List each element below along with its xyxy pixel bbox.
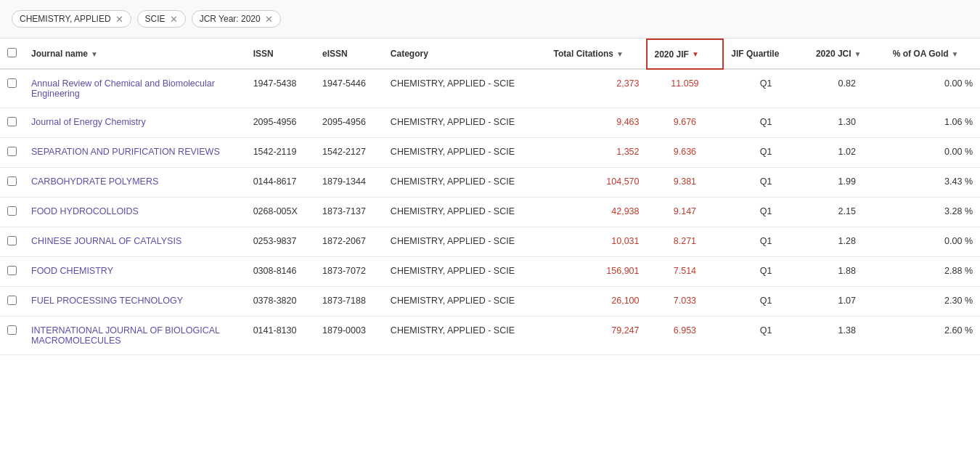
row-issn: 2095-4956	[246, 108, 315, 138]
row-checkbox[interactable]	[7, 266, 17, 275]
col-label-text: Journal name	[31, 49, 88, 59]
row-total-citations: 9,463	[547, 108, 647, 138]
row-journal-name[interactable]: SEPARATION AND PURIFICATION REVIEWS	[24, 138, 246, 168]
row-eissn: 1947-5446	[315, 69, 383, 108]
filter-jcr-year[interactable]: JCR Year: 2020 ✕	[192, 10, 281, 28]
row-journal-name[interactable]: FOOD HYDROCOLLOIDS	[24, 198, 246, 227]
row-journal-name[interactable]: CARBOHYDRATE POLYMERS	[24, 168, 246, 198]
journal-name-link[interactable]: SEPARATION AND PURIFICATION REVIEWS	[31, 147, 220, 157]
select-all-header[interactable]	[0, 39, 24, 69]
table-row: CARBOHYDRATE POLYMERS 0144-8617 1879-134…	[0, 168, 980, 198]
journal-name-link[interactable]: INTERNATIONAL JOURNAL OF BIOLOGICAL MACR…	[31, 325, 220, 346]
row-journal-name[interactable]: CHINESE JOURNAL OF CATALYSIS	[24, 227, 246, 257]
row-checkbox[interactable]	[7, 147, 17, 156]
filter-close-icon[interactable]: ✕	[170, 15, 178, 24]
row-jci: 1.38	[809, 317, 886, 355]
row-category: CHEMISTRY, APPLIED - SCIE	[383, 69, 547, 108]
row-checkbox-cell[interactable]	[0, 257, 24, 287]
row-jci: 1.99	[809, 168, 886, 198]
journal-name-link[interactable]: CHINESE JOURNAL OF CATALYSIS	[31, 236, 181, 246]
row-jif: 9.636	[647, 138, 724, 168]
sort-arrow-icon: ▼	[616, 50, 624, 58]
row-journal-name[interactable]: INTERNATIONAL JOURNAL OF BIOLOGICAL MACR…	[24, 317, 246, 355]
col-header-eissn[interactable]: eISSN	[315, 39, 383, 69]
journal-name-link[interactable]: Journal of Energy Chemistry	[31, 117, 146, 127]
row-checkbox[interactable]	[7, 117, 17, 126]
sort-arrow-icon: ▼	[692, 50, 699, 58]
row-journal-name[interactable]: Annual Review of Chemical and Biomolecul…	[24, 69, 246, 108]
row-eissn: 1879-0003	[315, 317, 383, 355]
row-jci: 1.02	[809, 138, 886, 168]
row-checkbox[interactable]	[7, 206, 17, 216]
table-row: SEPARATION AND PURIFICATION REVIEWS 1542…	[0, 138, 980, 168]
row-jci: 1.30	[809, 108, 886, 138]
row-oa-gold: 3.43 %	[886, 168, 980, 198]
row-checkbox-cell[interactable]	[0, 108, 24, 138]
row-checkbox-cell[interactable]	[0, 198, 24, 227]
row-checkbox-cell[interactable]	[0, 287, 24, 317]
row-checkbox-cell[interactable]	[0, 168, 24, 198]
row-oa-gold: 2.30 %	[886, 287, 980, 317]
filter-scie[interactable]: SCIE ✕	[137, 10, 186, 28]
row-jif: 8.271	[647, 227, 724, 257]
row-issn: 0141-8130	[246, 317, 315, 355]
row-jif: 9.147	[647, 198, 724, 227]
col-label-text: % of OA Gold	[893, 49, 949, 59]
row-checkbox[interactable]	[7, 296, 17, 305]
row-total-citations: 1,352	[547, 138, 647, 168]
row-eissn: 1542-2127	[315, 138, 383, 168]
row-category: CHEMISTRY, APPLIED - SCIE	[383, 227, 547, 257]
row-quartile: Q1	[723, 287, 809, 317]
row-checkbox[interactable]	[7, 176, 17, 186]
row-journal-name[interactable]: FOOD CHEMISTRY	[24, 257, 246, 287]
row-checkbox-cell[interactable]	[0, 69, 24, 108]
row-total-citations: 156,901	[547, 257, 647, 287]
table-row: CHINESE JOURNAL OF CATALYSIS 0253-9837 1…	[0, 227, 980, 257]
sort-arrow-icon: ▼	[854, 50, 862, 58]
filter-close-icon[interactable]: ✕	[265, 15, 273, 24]
row-checkbox[interactable]	[7, 78, 17, 88]
row-issn: 0308-8146	[246, 257, 315, 287]
row-checkbox-cell[interactable]	[0, 317, 24, 355]
row-total-citations: 26,100	[547, 287, 647, 317]
row-checkbox[interactable]	[7, 236, 17, 245]
select-all-checkbox[interactable]	[7, 48, 17, 57]
row-category: CHEMISTRY, APPLIED - SCIE	[383, 198, 547, 227]
col-header-jif-quartile[interactable]: JIF Quartile	[723, 39, 809, 69]
row-quartile: Q1	[723, 257, 809, 287]
row-oa-gold: 1.06 %	[886, 108, 980, 138]
col-header-category[interactable]: Category	[383, 39, 547, 69]
filter-close-icon[interactable]: ✕	[115, 15, 123, 24]
col-header-journal-name[interactable]: Journal name ▼	[24, 39, 246, 69]
col-header-oa-gold[interactable]: % of OA Gold ▼	[886, 39, 980, 69]
journal-name-link[interactable]: FUEL PROCESSING TECHNOLOGY	[31, 296, 183, 306]
row-category: CHEMISTRY, APPLIED - SCIE	[383, 287, 547, 317]
row-checkbox[interactable]	[7, 325, 17, 335]
sort-arrow-icon: ▼	[91, 50, 98, 58]
journal-name-link[interactable]: Annual Review of Chemical and Biomolecul…	[31, 78, 215, 99]
row-eissn: 1873-7072	[315, 257, 383, 287]
row-issn: 1542-2119	[246, 138, 315, 168]
filter-chemistry-applied[interactable]: CHEMISTRY, APPLIED ✕	[12, 10, 131, 28]
col-header-issn[interactable]: ISSN	[246, 39, 315, 69]
col-header-jci-2020[interactable]: 2020 JCI ▼	[809, 39, 886, 69]
journal-name-link[interactable]: FOOD CHEMISTRY	[31, 266, 113, 276]
row-issn: 0144-8617	[246, 168, 315, 198]
filter-label: JCR Year: 2020	[200, 14, 261, 24]
col-header-total-citations[interactable]: Total Citations ▼	[547, 39, 647, 69]
journal-name-link[interactable]: FOOD HYDROCOLLOIDS	[31, 206, 139, 216]
row-journal-name[interactable]: Journal of Energy Chemistry	[24, 108, 246, 138]
row-checkbox-cell[interactable]	[0, 227, 24, 257]
row-journal-name[interactable]: FUEL PROCESSING TECHNOLOGY	[24, 287, 246, 317]
col-label-text: 2020 JCI	[816, 49, 852, 59]
row-jif: 7.033	[647, 287, 724, 317]
row-jci: 1.28	[809, 227, 886, 257]
table-header-row: Journal name ▼ ISSN eISSN Catego	[0, 39, 980, 69]
journal-name-link[interactable]: CARBOHYDRATE POLYMERS	[31, 176, 158, 187]
table-row: Annual Review of Chemical and Biomolecul…	[0, 69, 980, 108]
table-row: FUEL PROCESSING TECHNOLOGY 0378-3820 187…	[0, 287, 980, 317]
row-oa-gold: 0.00 %	[886, 138, 980, 168]
row-checkbox-cell[interactable]	[0, 138, 24, 168]
col-header-jif-2020[interactable]: 2020 JIF ▼	[647, 39, 724, 69]
row-issn: 0378-3820	[246, 287, 315, 317]
